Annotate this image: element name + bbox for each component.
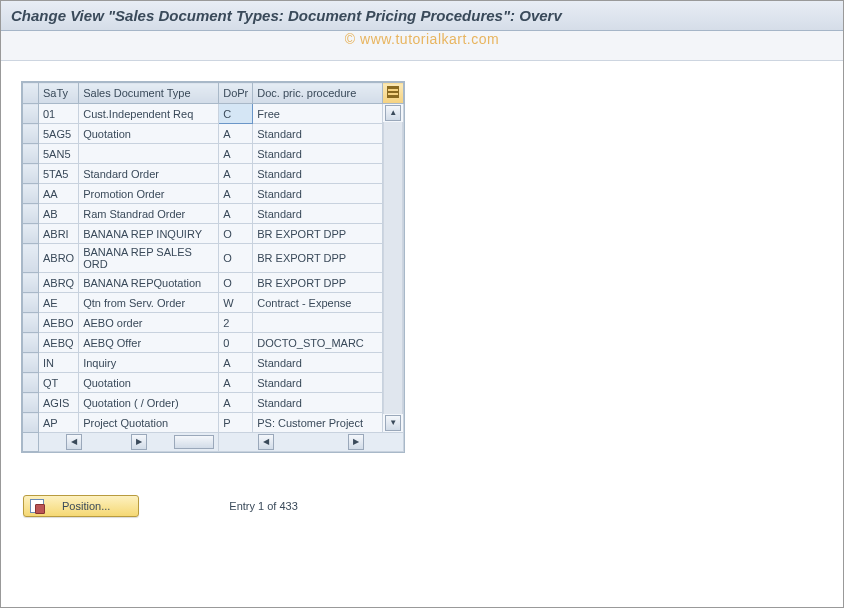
cell-dpp[interactable]: Standard [253,124,383,144]
row-selector[interactable] [23,204,39,224]
row-selector[interactable] [23,273,39,293]
vscroll-track[interactable] [383,122,403,414]
row-selector[interactable] [23,353,39,373]
table-row: ABRam Standrad OrderAStandard [23,204,404,224]
cell-sdt[interactable]: Standard Order [79,164,219,184]
cell-dpp[interactable] [253,313,383,333]
cell-dpp[interactable]: Standard [253,184,383,204]
row-selector[interactable] [23,413,39,433]
cell-saty[interactable]: AEBO [39,313,79,333]
cell-dopr[interactable]: A [219,144,253,164]
row-selector[interactable] [23,184,39,204]
cell-dpp[interactable]: Standard [253,373,383,393]
hscroll-right-button-2[interactable]: ▶ [348,434,364,450]
cell-dopr[interactable]: O [219,273,253,293]
row-selector[interactable] [23,373,39,393]
cell-saty[interactable]: AP [39,413,79,433]
cell-sdt[interactable]: Ram Standrad Order [79,204,219,224]
cell-sdt[interactable]: Cust.Independent Req [79,104,219,124]
cell-saty[interactable]: AA [39,184,79,204]
row-selector[interactable] [23,144,39,164]
hscroll-left-button[interactable]: ◀ [66,434,82,450]
cell-dopr[interactable]: A [219,124,253,144]
row-selector[interactable] [23,244,39,273]
row-selector[interactable] [23,393,39,413]
cell-dpp[interactable]: Standard [253,144,383,164]
row-selector[interactable] [23,313,39,333]
vscroll-up-button[interactable]: ▲ [385,105,401,121]
cell-sdt[interactable]: Promotion Order [79,184,219,204]
cell-dpp[interactable]: PS: Customer Project [253,413,383,433]
cell-dpp[interactable]: BR EXPORT DPP [253,224,383,244]
col-sdt-header[interactable]: Sales Document Type [79,83,219,104]
cell-saty[interactable]: ABRQ [39,273,79,293]
hscroll-right-button[interactable]: ▶ [131,434,147,450]
cell-sdt[interactable]: BANANA REP SALES ORD [79,244,219,273]
cell-saty[interactable]: IN [39,353,79,373]
cell-saty[interactable]: 5TA5 [39,164,79,184]
row-selector[interactable] [23,124,39,144]
row-selector[interactable] [23,293,39,313]
col-dpp-header[interactable]: Doc. pric. procedure [253,83,383,104]
cell-saty[interactable]: ABRI [39,224,79,244]
cell-saty[interactable]: 5AG5 [39,124,79,144]
cell-dpp[interactable]: Contract - Expense [253,293,383,313]
cell-dopr[interactable]: 2 [219,313,253,333]
cell-dopr[interactable]: A [219,204,253,224]
cell-sdt[interactable]: Quotation ( / Order) [79,393,219,413]
cell-saty[interactable]: QT [39,373,79,393]
position-label: Position... [62,500,110,512]
cell-dopr[interactable]: W [219,293,253,313]
cell-sdt[interactable]: Quotation [79,373,219,393]
cell-dpp[interactable]: DOCTO_STO_MARC [253,333,383,353]
cell-dpp[interactable]: Standard [253,353,383,373]
hscroll-thumb[interactable] [174,435,214,449]
cell-dopr[interactable]: O [219,224,253,244]
cell-dopr[interactable]: P [219,413,253,433]
cell-saty[interactable]: ABRO [39,244,79,273]
cell-dopr[interactable]: O [219,244,253,273]
cell-sdt[interactable]: Inquiry [79,353,219,373]
cell-sdt[interactable]: Project Quotation [79,413,219,433]
cell-dpp[interactable]: Standard [253,204,383,224]
hscroll-row: ◀ ▶ ◀ ▶ [23,433,404,452]
cell-saty[interactable]: AE [39,293,79,313]
cell-saty[interactable]: AEBQ [39,333,79,353]
table-row: ABRQBANANA REPQuotationOBR EXPORT DPP [23,273,404,293]
cell-dpp[interactable]: BR EXPORT DPP [253,273,383,293]
col-saty-header[interactable]: SaTy [39,83,79,104]
cell-sdt[interactable]: AEBQ Offer [79,333,219,353]
cell-sdt[interactable]: AEBO order [79,313,219,333]
table-config-button[interactable] [383,83,404,104]
cell-sdt[interactable] [79,144,219,164]
row-selector[interactable] [23,224,39,244]
cell-saty[interactable]: 01 [39,104,79,124]
cell-dopr[interactable]: A [219,373,253,393]
row-selector[interactable] [23,164,39,184]
col-dopr-header[interactable]: DoPr [219,83,253,104]
row-selector[interactable] [23,104,39,124]
cell-dopr[interactable]: A [219,353,253,373]
row-selector[interactable] [23,333,39,353]
cell-dpp[interactable]: Standard [253,164,383,184]
vscroll-down-button[interactable]: ▼ [385,415,401,431]
cell-dopr[interactable]: A [219,164,253,184]
cell-dopr[interactable]: A [219,184,253,204]
position-button[interactable]: Position... [23,495,139,517]
cell-saty[interactable]: 5AN5 [39,144,79,164]
cell-sdt[interactable]: BANANA REP INQUIRY [79,224,219,244]
select-all-cell[interactable] [23,83,39,104]
cell-sdt[interactable]: BANANA REPQuotation [79,273,219,293]
cell-sdt[interactable]: Qtn from Serv. Order [79,293,219,313]
cell-saty[interactable]: AB [39,204,79,224]
cell-dopr[interactable]: A [219,393,253,413]
cell-saty[interactable]: AGIS [39,393,79,413]
cell-dopr[interactable]: 0 [219,333,253,353]
hscroll-left-button-2[interactable]: ◀ [258,434,274,450]
cell-dpp[interactable]: Standard [253,393,383,413]
cell-dpp[interactable]: BR EXPORT DPP [253,244,383,273]
table-row: 5AG5QuotationAStandard [23,124,404,144]
cell-sdt[interactable]: Quotation [79,124,219,144]
cell-dpp[interactable]: Free [253,104,383,124]
cell-dopr[interactable]: C [219,104,253,124]
